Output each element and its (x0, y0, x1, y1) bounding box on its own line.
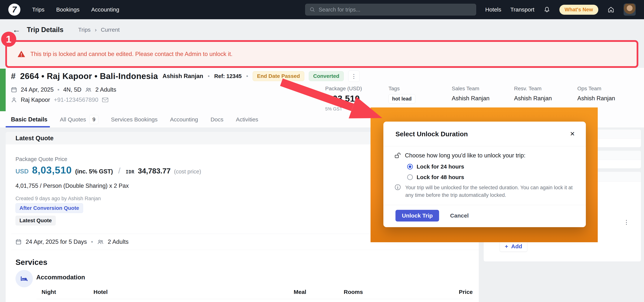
trip-title: 2664 • Raj Kapoor • Bali-Indonesia (20, 71, 158, 81)
chevron-right-icon: › (95, 26, 97, 33)
brand-logo[interactable]: 7 (8, 3, 20, 16)
person-icon (11, 97, 17, 103)
breadcrumb: Trips › Current (78, 26, 120, 33)
tab-accounting[interactable]: Accounting (170, 116, 198, 123)
mail-icon[interactable] (102, 97, 108, 103)
cost-price-note: (cost price) (174, 168, 201, 175)
radio-unselected-icon[interactable] (407, 174, 413, 180)
modal-info-row: Your trip will be unlocked for the selec… (394, 184, 572, 199)
user-avatar[interactable] (624, 3, 636, 16)
latest-quote-badge: Latest Quote (16, 216, 56, 225)
modal-info-line1: Your trip will be unlocked for the selec… (405, 185, 572, 190)
modal-info-text: Your trip will be unlocked for the selec… (405, 184, 572, 199)
quote-date-line: 24 Apr, 2025 for 5 Days (26, 238, 87, 245)
nav-accounting[interactable]: Accounting (91, 6, 119, 13)
quote-currency: USD (16, 168, 29, 175)
sales-team-value: Ashish Ranjan (452, 95, 490, 102)
brand-glyph: 7 (12, 5, 16, 14)
close-icon[interactable]: ✕ (567, 128, 578, 139)
separator-dot: • (58, 87, 60, 93)
separator-dot: • (208, 73, 210, 79)
annotation-arrow (278, 75, 398, 128)
sales-team-label: Sales Team (452, 86, 490, 92)
search-input[interactable] (318, 6, 472, 13)
cancel-button[interactable]: Cancel (450, 212, 468, 219)
sales-team-summary: Sales Team Ashish Ranjan (452, 86, 490, 102)
tab-all-quotes[interactable]: All Quotes 9 (60, 115, 98, 124)
tab-basic-details[interactable]: Basic Details (11, 116, 48, 123)
calendar-icon (16, 239, 22, 245)
modal-divider-top (384, 146, 586, 146)
home-icon[interactable] (607, 6, 614, 13)
resv-team-summary: Resv. Team Ashish Ranjan (514, 86, 552, 102)
modal-prompt-row: Choose how long you'd like to unlock you… (394, 152, 526, 159)
separator-dot: • (246, 73, 248, 79)
accommodation-icon-circle (16, 270, 33, 287)
trip-owner: Ashish Ranjan (162, 73, 203, 80)
radio-lock-48[interactable]: Lock for 48 hours (407, 174, 464, 180)
locked-alert-text: This trip is locked and cannot be edited… (30, 51, 232, 57)
all-quotes-count-badge: 9 (89, 115, 98, 124)
col-rooms: Rooms (338, 289, 437, 295)
modal-title: Select Unlock Duration (396, 130, 468, 138)
annotation-step-badge: 1 (1, 32, 16, 47)
quote-price: 8,03,510 (32, 164, 72, 176)
active-tab-underline (6, 126, 50, 128)
customer-name: Raj Kapoor (21, 97, 50, 103)
col-hotel: Hotel (88, 289, 288, 295)
cost-price: 34,783.77 (138, 167, 171, 175)
col-meal: Meal (288, 289, 338, 295)
radio-selected-icon[interactable] (407, 164, 413, 169)
travellers-icon (97, 239, 104, 245)
ops-team-value: Ashish Ranjan (577, 95, 615, 102)
bed-icon (20, 274, 29, 283)
side-panel-kebab-button[interactable]: ⋮ (624, 219, 629, 225)
breadcrumb-current[interactable]: Current (101, 26, 120, 33)
trip-duration: 4N, 5D (63, 86, 82, 93)
tab-all-quotes-label: All Quotes (60, 116, 86, 123)
resv-team-value: Ashish Ranjan (514, 95, 552, 102)
radio-lock-24[interactable]: Lock for 24 hours (407, 163, 464, 170)
trip-pax: 2 Adults (95, 86, 116, 93)
status-green-strip (0, 69, 6, 111)
modal-prompt-text: Choose how long you'd like to unlock you… (405, 152, 526, 159)
whats-new-button[interactable]: What's New (560, 5, 598, 15)
tab-activities[interactable]: Activities (236, 116, 258, 123)
services-heading: Services (16, 258, 48, 267)
quote-price-row: USD 8,03,510 (inc. 5% GST) / IDR 34,783.… (16, 164, 201, 176)
ops-team-summary: Ops Team Ashish Ranjan (577, 86, 615, 102)
trip-search[interactable] (305, 4, 476, 15)
accommodation-heading: Accommodation (36, 274, 85, 281)
tab-docs[interactable]: Docs (210, 116, 224, 123)
breadcrumb-trips[interactable]: Trips (78, 26, 91, 33)
nav-bookings[interactable]: Bookings (56, 6, 80, 13)
trip-ref: Ref: 12345 (214, 73, 242, 79)
package-quote-price-label: Package Quote Price (16, 156, 67, 162)
separator-dot: • (91, 239, 93, 245)
modal-divider-bottom (384, 205, 586, 205)
resv-team-label: Resv. Team (514, 86, 552, 92)
tab-services-bookings[interactable]: Services Bookings (111, 116, 158, 123)
trip-date: 24 Apr, 2025 (21, 86, 54, 93)
per-person-price: 4,01,755 / Person (Double Sharing) x 2 P… (16, 182, 129, 189)
nav-trips[interactable]: Trips (32, 6, 44, 13)
notifications-bell-icon[interactable] (544, 6, 550, 13)
nav-hotels[interactable]: Hotels (485, 6, 501, 13)
cost-currency: IDR (126, 169, 134, 174)
ops-team-label: Ops Team (577, 86, 615, 92)
top-navbar: 7 Trips Bookings Accounting Hotels Trans… (0, 0, 644, 19)
col-price: Price (437, 289, 473, 295)
accommodation-table: Night Hotel Meal Rooms Price 1st 24 Apr … (36, 285, 473, 302)
quote-pax-line: 2 Adults (108, 238, 128, 245)
unlock-duration-modal: Select Unlock Duration ✕ Choose how long… (384, 122, 586, 227)
customer-phone: +91-1234567890 (54, 97, 98, 103)
unlock-trip-button[interactable]: Unlock Trip (396, 210, 439, 221)
quote-gst-note: (inc. 5% GST) (75, 168, 113, 175)
add-button-label: Add (511, 243, 522, 250)
add-button[interactable]: + Add (500, 241, 527, 252)
back-arrow-icon[interactable]: ← (12, 25, 20, 34)
search-icon (310, 7, 315, 12)
warning-triangle-icon (18, 50, 25, 58)
trip-hash: # (11, 71, 16, 81)
nav-transport[interactable]: Transport (510, 6, 534, 13)
